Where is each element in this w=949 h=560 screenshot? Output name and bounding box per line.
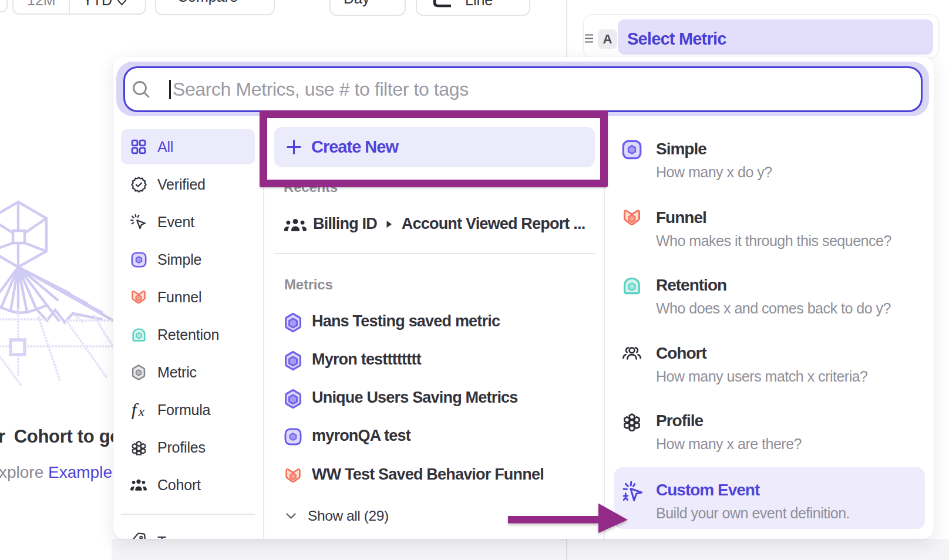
svg-text:x: x (137, 403, 144, 419)
